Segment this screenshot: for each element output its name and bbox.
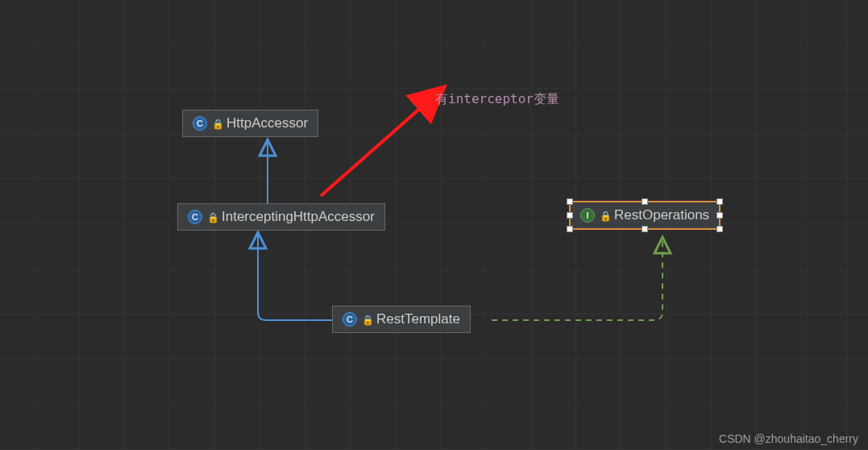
resize-handle-sw[interactable] (567, 226, 573, 232)
resize-handle-se[interactable] (716, 226, 723, 232)
resize-handle-s[interactable] (642, 226, 648, 232)
lock-icon: 🔒 (362, 315, 372, 324)
resize-handle-w[interactable] (567, 212, 573, 219)
class-icon: C (188, 210, 202, 224)
class-icon: C (343, 312, 357, 327)
node-label: RestOperations (614, 207, 709, 223)
lock-icon: 🔒 (600, 210, 609, 220)
resize-handle-e[interactable] (716, 212, 723, 219)
resize-handle-nw[interactable] (567, 198, 573, 205)
node-label: RestTemplate (376, 311, 460, 327)
node-intercepting-http-accessor[interactable]: C 🔒 InterceptingHttpAccessor (177, 203, 385, 231)
node-rest-operations[interactable]: I 🔒 RestOperations (569, 201, 721, 230)
node-label: HttpAccessor (226, 115, 308, 131)
watermark: CSDN @zhouhaitao_cherry (719, 432, 858, 445)
node-http-accessor[interactable]: C 🔒 HttpAccessor (182, 110, 318, 137)
node-label: InterceptingHttpAccessor (222, 209, 375, 225)
node-rest-template[interactable]: C 🔒 RestTemplate (332, 306, 471, 333)
interface-icon: I (580, 208, 595, 223)
class-icon: C (193, 116, 207, 131)
lock-icon: 🔒 (212, 119, 222, 128)
annotation-text: 有interceptor变量 (435, 91, 559, 108)
lock-icon: 🔒 (207, 212, 217, 222)
resize-handle-n[interactable] (642, 198, 648, 205)
resize-handle-ne[interactable] (716, 198, 723, 205)
diagram-grid (0, 0, 868, 450)
